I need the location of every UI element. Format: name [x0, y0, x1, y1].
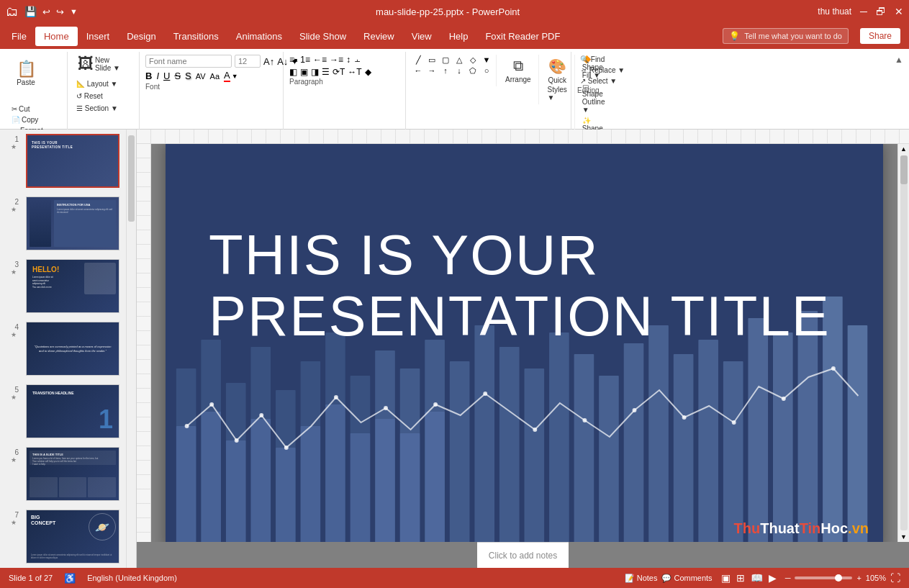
- close-icon[interactable]: ✕: [895, 6, 903, 17]
- notes-area[interactable]: Click to add notes: [477, 542, 569, 568]
- new-slide-button[interactable]: 🖼 New Slide ▼: [73, 52, 125, 76]
- slide-item-2[interactable]: 2 ★ INSTRUCTION FOR USA Lorem ipsum dolo…: [0, 192, 136, 255]
- zoom-in-button[interactable]: +: [856, 574, 861, 582]
- shape-pentagon[interactable]: ⬠: [466, 65, 479, 76]
- redo-icon[interactable]: ↪: [56, 6, 64, 17]
- menu-foxit[interactable]: Foxit Reader PDF: [476, 27, 569, 46]
- align-left-button[interactable]: ◧: [289, 67, 297, 77]
- layout-button[interactable]: 📐 Layout ▼: [73, 79, 120, 89]
- restore-icon[interactable]: 🗗: [876, 6, 886, 17]
- zoom-slider[interactable]: [795, 576, 852, 579]
- slide-viewport[interactable]: THIS IS YOUR PRESENTATION TITLE ThuThuat…: [151, 144, 897, 542]
- char-spacing-button[interactable]: AV: [196, 72, 206, 81]
- shape-more[interactable]: ▼: [480, 55, 493, 65]
- font-color-arrow[interactable]: ▼: [232, 73, 238, 80]
- shape-oval[interactable]: ○: [480, 65, 493, 76]
- line-spacing-button[interactable]: ↕: [346, 55, 351, 65]
- menu-file[interactable]: File: [3, 27, 35, 46]
- text-direction-button[interactable]: ⟳T: [333, 67, 345, 77]
- font-case-button[interactable]: Aa: [210, 72, 220, 81]
- section-button[interactable]: ☰ Section ▼: [73, 104, 121, 113]
- slide-canvas[interactable]: THIS IS YOUR PRESENTATION TITLE ThuThuat…: [166, 144, 883, 542]
- font-size-input[interactable]: [235, 55, 261, 68]
- zoom-out-button[interactable]: ─: [785, 574, 791, 582]
- slide-item-3[interactable]: 3 ★ HELLO! Lorem ipsum dolor sitamet con…: [0, 255, 136, 317]
- slide-thumb-7[interactable]: BIGCONCEPT 🪐 Lorem ipsum dolor sit amet …: [26, 510, 119, 564]
- columns-button[interactable]: ⫠: [353, 55, 362, 65]
- font-name-input[interactable]: [145, 55, 232, 68]
- replace-button[interactable]: ↔ Replace ▼: [577, 65, 628, 75]
- slide-thumb-6[interactable]: THIS IS A SLIDE TITLE Lorem you have a l…: [26, 447, 119, 501]
- shape-arrow-left[interactable]: ←: [412, 65, 425, 76]
- minimize-icon[interactable]: ─: [860, 6, 867, 17]
- menu-slideshow[interactable]: Slide Show: [291, 27, 355, 46]
- quick-save-icon[interactable]: 💾: [24, 6, 37, 17]
- view-normal-button[interactable]: ▣: [721, 572, 731, 584]
- menu-insert[interactable]: Insert: [78, 27, 119, 46]
- canvas-scrollbar-right[interactable]: ▲ ▼: [897, 144, 909, 542]
- underline-button[interactable]: U: [163, 71, 170, 81]
- shape-triangle[interactable]: △: [453, 55, 466, 65]
- comments-button[interactable]: 💬 Comments: [661, 574, 712, 583]
- menu-help[interactable]: Help: [440, 27, 477, 46]
- view-sorter-button[interactable]: ⊞: [736, 572, 745, 584]
- copy-button[interactable]: 📄 Copy: [9, 115, 61, 125]
- shape-diamond[interactable]: ◇: [466, 55, 479, 65]
- decrease-indent-button[interactable]: ←≡: [313, 55, 327, 65]
- scrollbar-thumb[interactable]: [128, 135, 135, 222]
- paste-button[interactable]: 📋 Paste: [9, 58, 43, 89]
- scroll-down-button[interactable]: ▼: [899, 532, 908, 542]
- menu-animations[interactable]: Animations: [227, 27, 291, 46]
- find-button[interactable]: 🔍 Find: [577, 55, 628, 64]
- shape-line[interactable]: ╱: [412, 55, 425, 65]
- shape-arrow-down[interactable]: ↓: [453, 65, 466, 76]
- undo-icon[interactable]: ↩: [42, 6, 50, 17]
- select-button[interactable]: ↗ Select ▼: [577, 76, 628, 86]
- align-center-button[interactable]: ▣: [300, 67, 308, 77]
- slide-thumb-1[interactable]: THIS IS YOUR PRESENTATION TITLE: [26, 134, 119, 188]
- menu-view[interactable]: View: [403, 27, 440, 46]
- customize-icon[interactable]: ▼: [70, 7, 78, 16]
- align-text-button[interactable]: ↔T: [348, 67, 361, 77]
- strikethrough-button[interactable]: S: [174, 71, 181, 81]
- shape-rect[interactable]: ▭: [425, 55, 438, 65]
- language-indicator[interactable]: English (United Kingdom): [87, 574, 177, 582]
- notes-button[interactable]: 📝 Notes: [625, 574, 658, 583]
- bullets-button[interactable]: ≡▪: [289, 55, 297, 65]
- shape-arrow-right[interactable]: →: [425, 65, 438, 76]
- menu-transitions[interactable]: Transitions: [165, 27, 227, 46]
- share-button[interactable]: Share: [860, 28, 900, 44]
- slide-panel-scrollbar[interactable]: [126, 130, 136, 568]
- view-slideshow-button[interactable]: ▶: [769, 572, 777, 584]
- slide-thumb-2[interactable]: INSTRUCTION FOR USA Lorem ipsum dolor si…: [26, 196, 119, 250]
- increase-indent-button[interactable]: →≡: [330, 55, 343, 65]
- menu-design[interactable]: Design: [118, 27, 164, 46]
- quick-styles-button[interactable]: 🎨 Quick Styles ▼: [543, 55, 571, 104]
- menu-home[interactable]: Home: [35, 27, 78, 46]
- slide-thumb-4[interactable]: "Quotations are commonly printed as a me…: [26, 322, 119, 376]
- zoom-level[interactable]: 105%: [866, 574, 886, 582]
- font-color-button[interactable]: A: [224, 70, 230, 82]
- slide-item-6[interactable]: 6 ★ THIS IS A SLIDE TITLE Lorem you have…: [0, 443, 136, 505]
- scroll-up-button[interactable]: ▲: [899, 144, 908, 154]
- accessibility-icon[interactable]: ♿: [64, 573, 76, 584]
- slide-item-5[interactable]: 5 ★ TRANSITION HEADLINE 1: [0, 380, 136, 443]
- text-shadow-button[interactable]: S: [185, 71, 191, 81]
- menu-review[interactable]: Review: [355, 27, 403, 46]
- fit-to-window-button[interactable]: ⛶: [890, 572, 900, 584]
- align-right-button[interactable]: ◨: [311, 67, 319, 77]
- italic-button[interactable]: I: [156, 71, 159, 81]
- view-reading-button[interactable]: 📖: [751, 572, 763, 584]
- reset-button[interactable]: ↺ Reset: [73, 91, 106, 101]
- slide-thumb-3[interactable]: HELLO! Lorem ipsum dolor sitamet consect…: [26, 259, 119, 313]
- shape-arrow-up[interactable]: ↑: [439, 65, 452, 76]
- smartart-button[interactable]: ◆: [365, 67, 371, 77]
- bold-button[interactable]: B: [145, 71, 152, 81]
- slide-item-4[interactable]: 4 ★ "Quotations are commonly printed as …: [0, 317, 136, 380]
- slide-item-1[interactable]: 1 ★ THIS IS YOUR PRESENTATION TITLE: [0, 130, 136, 192]
- justify-button[interactable]: ☰: [322, 67, 330, 77]
- arrange-button[interactable]: ⧉ Arrange: [501, 55, 535, 86]
- cut-button[interactable]: ✂ Cut: [9, 104, 61, 114]
- increase-font-button[interactable]: A↑: [263, 56, 274, 67]
- slide-item-7[interactable]: 7 ★ BIGCONCEPT 🪐 Lorem ipsum dolor sit a…: [0, 505, 136, 568]
